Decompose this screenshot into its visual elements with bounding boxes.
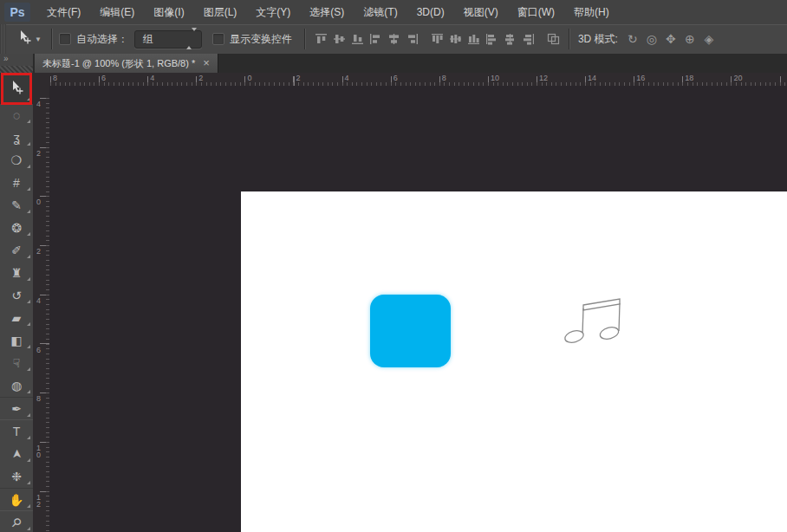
menu-item-5[interactable]: 选择(S) (300, 0, 354, 24)
tool-preset-picker[interactable]: ▼ (13, 28, 45, 50)
crop-tool-icon: # (13, 176, 20, 190)
v-ruler-label: 2 (36, 150, 43, 157)
document-canvas[interactable] (241, 191, 787, 532)
path-selection-tool[interactable]: ➤ (0, 443, 33, 465)
menu-item-4[interactable]: 文字(Y) (246, 0, 300, 24)
marquee-tool[interactable]: ◌ (0, 104, 33, 127)
menu-item-3[interactable]: 图层(L) (194, 0, 247, 24)
history-brush-tool[interactable]: ↺ (0, 284, 33, 307)
menu-item-0[interactable]: 文件(F) (37, 0, 90, 24)
rounded-square-shape[interactable] (370, 295, 451, 367)
pen-tool-icon: ✒ (11, 402, 22, 416)
auto-select-target-value: 组 (143, 32, 186, 47)
menu-item-9[interactable]: 窗口(W) (508, 0, 564, 24)
history-brush-tool-icon: ↺ (11, 289, 22, 302)
menu-items: 文件(F)编辑(E)图像(I)图层(L)文字(Y)选择(S)滤镜(T)3D(D)… (37, 0, 619, 24)
h-ruler-label: 10 (491, 74, 499, 82)
separator (569, 29, 570, 49)
align-top-edges-icon[interactable] (314, 32, 328, 46)
crop-tool[interactable]: # (0, 172, 33, 194)
eyedropper-tool[interactable]: ✎ (0, 194, 33, 217)
h-ruler-label: 14 (588, 74, 596, 82)
dodge-tool[interactable]: ◍ (0, 374, 33, 397)
spot-healing-brush-tool[interactable]: ❂ (0, 217, 33, 239)
show-transform-checkbox[interactable] (212, 33, 224, 45)
v-ruler-label: 10 (36, 444, 43, 458)
dodge-tool-icon: ◍ (11, 379, 22, 393)
collapse-panel-icon[interactable]: » (3, 54, 9, 63)
align-distribute-buttons (312, 32, 563, 46)
type-tool[interactable]: T (0, 420, 33, 443)
align-vertical-centers-icon[interactable] (332, 32, 347, 46)
distribute-right-edges-icon[interactable] (521, 32, 536, 46)
custom-shape-tool[interactable]: ❉ (0, 465, 33, 488)
h-ruler-label: 16 (636, 74, 645, 82)
eraser-tool[interactable]: ▰ (0, 307, 33, 329)
h-ruler-label: 6 (101, 74, 106, 82)
align-bottom-edges-icon[interactable] (350, 32, 365, 46)
auto-select-target-dropdown[interactable]: 组 (134, 30, 202, 49)
quick-selection-tool[interactable]: ❍ (0, 149, 33, 172)
auto-align-layers-icon[interactable] (546, 32, 561, 46)
options-bar-grip (0, 24, 6, 54)
h-ruler-label: 6 (394, 74, 398, 82)
auto-select-checkbox[interactable] (59, 33, 71, 45)
hand-tool[interactable]: ✋ (0, 488, 33, 511)
path-selection-tool-icon: ➤ (10, 449, 23, 459)
menu-item-2[interactable]: 图像(I) (144, 0, 193, 24)
3d-scale-icon[interactable]: ◈ (699, 32, 719, 46)
separator (51, 29, 53, 49)
v-ruler-label: 0 (36, 198, 43, 205)
v-ruler-label: 6 (36, 347, 43, 354)
music-note-shape[interactable] (560, 295, 624, 352)
photoshop-logo: Ps (4, 3, 30, 22)
lasso-tool-icon: ʓ (13, 131, 20, 145)
3d-rotate-icon[interactable]: ↻ (623, 32, 642, 46)
document-tab-bar: 未标题-1 @ 100% (形状 1, RGB/8) * × (33, 54, 787, 73)
document-tab[interactable]: 未标题-1 @ 100% (形状 1, RGB/8) * × (35, 54, 218, 73)
3d-slide-icon[interactable]: ⊕ (680, 32, 699, 46)
v-ruler-label: 12 (36, 494, 43, 508)
smudge-tool-icon: ☟ (13, 356, 21, 370)
vertical-ruler[interactable]: 42024681012 (33, 86, 50, 532)
distribute-horizontal-centers-icon[interactable] (503, 32, 517, 46)
distribute-vertical-centers-icon[interactable] (448, 32, 463, 46)
h-ruler-label: 0 (247, 74, 251, 82)
gradient-tool-icon: ◧ (10, 334, 22, 347)
options-bar: ▼ 自动选择： 组 显示变换控件 3D 模式: ↻◎✥⊕◈ (0, 24, 787, 55)
v-ruler-label: 4 (36, 101, 43, 107)
distribute-bottom-edges-icon[interactable] (466, 32, 481, 46)
eyedropper-tool-icon: ✎ (11, 198, 22, 212)
brush-tool[interactable]: ✐ (0, 239, 33, 262)
horizontal-ruler[interactable]: 864202468101214161820 (49, 73, 787, 87)
menu-item-10[interactable]: 帮助(H) (564, 0, 619, 24)
clone-stamp-tool[interactable]: ♜ (0, 262, 33, 284)
zoom-tool[interactable]: ⚲ (0, 511, 33, 532)
marquee-tool-icon: ◌ (13, 108, 20, 122)
pen-tool[interactable]: ✒ (0, 397, 33, 420)
gradient-tool[interactable]: ◧ (0, 329, 33, 352)
toolbar-header: » (0, 54, 34, 73)
menu-bar: Ps 文件(F)编辑(E)图像(I)图层(L)文字(Y)选择(S)滤镜(T)3D… (0, 0, 787, 25)
lasso-tool[interactable]: ʓ (0, 127, 33, 149)
ruler-corner[interactable] (33, 73, 50, 87)
align-right-edges-icon[interactable] (405, 32, 420, 46)
distribute-left-edges-icon[interactable] (485, 32, 499, 46)
align-horizontal-centers-icon[interactable] (387, 32, 401, 46)
menu-item-7[interactable]: 3D(D) (407, 0, 454, 24)
quick-selection-tool-icon: ❍ (11, 153, 23, 167)
menu-item-1[interactable]: 编辑(E) (90, 0, 144, 24)
close-icon[interactable]: × (203, 59, 210, 68)
eraser-tool-icon: ▰ (12, 311, 22, 325)
stepper-arrows-icon (186, 31, 197, 47)
smudge-tool[interactable]: ☟ (0, 352, 33, 374)
menu-item-8[interactable]: 视图(V) (454, 0, 508, 24)
clone-stamp-tool-icon: ♜ (11, 266, 23, 280)
distribute-top-edges-icon[interactable] (430, 32, 445, 46)
3d-roll-icon[interactable]: ◎ (642, 32, 661, 46)
move-tool[interactable] (0, 73, 33, 104)
menu-item-6[interactable]: 滤镜(T) (354, 0, 407, 24)
h-ruler-label: 18 (685, 74, 693, 82)
3d-drag-icon[interactable]: ✥ (661, 32, 680, 46)
align-left-edges-icon[interactable] (368, 32, 383, 46)
